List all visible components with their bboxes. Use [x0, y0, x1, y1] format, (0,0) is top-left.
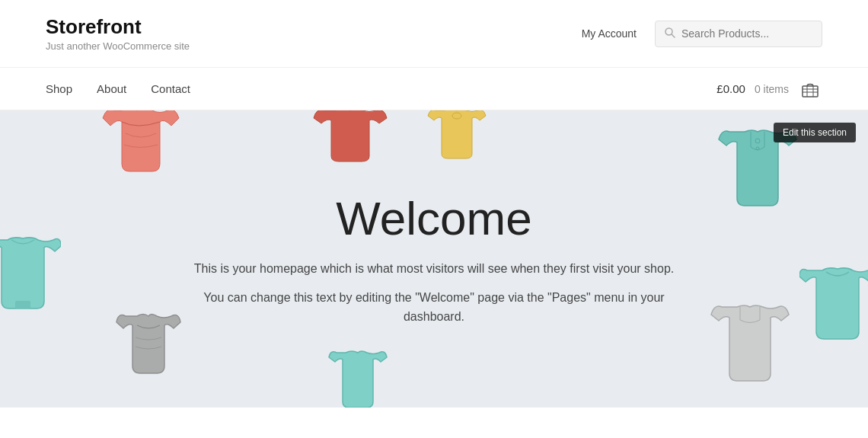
deco-teal-bc [327, 347, 388, 408]
cart-price: £0.00 [716, 82, 745, 95]
svg-rect-2 [803, 86, 818, 97]
deco-teal-hoodie-left [0, 232, 61, 324]
search-icon [665, 27, 675, 40]
svg-line-1 [672, 34, 675, 37]
cart-icon [798, 77, 822, 101]
main-nav: Shop About Contact £0.00 0 items [0, 68, 868, 110]
hero-desc2: You can change this text by editing the … [183, 288, 685, 327]
hero-desc1: This is your homepage which is what most… [183, 259, 685, 279]
hero-content: Welcome This is your homepage which is w… [168, 176, 700, 342]
nav-links: Shop About Contact [46, 82, 190, 95]
logo-title: Storefront [46, 15, 190, 39]
svg-rect-10 [15, 301, 30, 309]
cart-section: £0.00 0 items [716, 77, 822, 101]
site-header: Storefront Just another WooCommerce site… [0, 0, 868, 68]
logo-subtitle: Just another WooCommerce site [46, 40, 190, 52]
hero-section: Edit this section Welcome This is your h… [0, 110, 868, 408]
deco-shirt-red-tc [312, 110, 388, 168]
nav-shop[interactable]: Shop [46, 82, 72, 95]
search-box [655, 21, 822, 47]
cart-button[interactable] [798, 77, 822, 101]
logo[interactable]: Storefront Just another WooCommerce site [46, 15, 190, 52]
nav-contact[interactable]: Contact [151, 82, 190, 95]
cart-items-count: 0 items [755, 83, 789, 95]
nav-about[interactable]: About [97, 82, 126, 95]
deco-yellow-top [426, 110, 487, 168]
header-right: My Account [582, 21, 822, 47]
search-input[interactable] [681, 27, 812, 40]
my-account-link[interactable]: My Account [582, 27, 637, 40]
edit-section-button[interactable]: Edit this section [774, 123, 856, 142]
deco-grey-shirt-br [708, 301, 792, 392]
hero-title: Welcome [183, 191, 685, 245]
deco-teal-hoodie-right [799, 263, 868, 354]
